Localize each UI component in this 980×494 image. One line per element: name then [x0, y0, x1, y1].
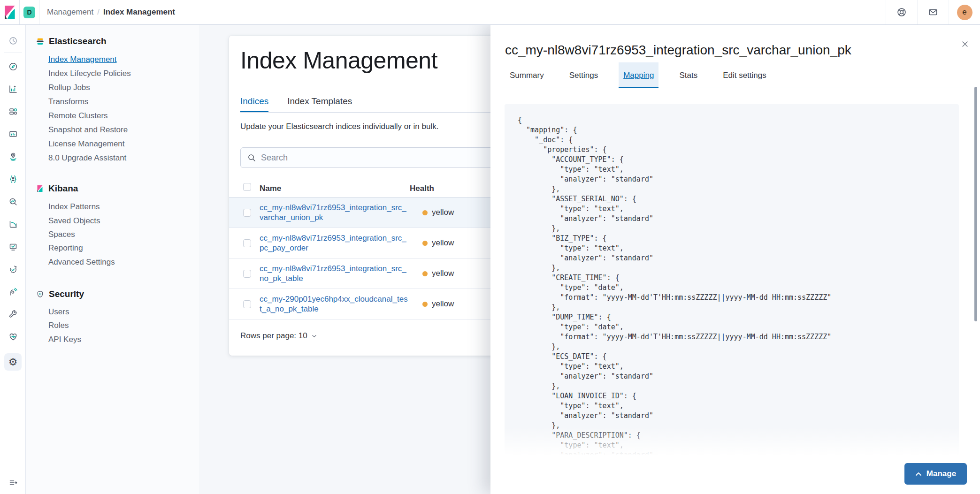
collapse-nav-button[interactable]	[4, 474, 22, 491]
sidebar-item-apm[interactable]	[4, 283, 22, 300]
nav-item-saved-objects[interactable]: Saved Objects	[48, 216, 100, 226]
breadcrumb-separator: /	[97, 8, 100, 17]
close-icon	[961, 40, 969, 48]
observability-logs-icon	[8, 220, 18, 229]
page-description: Update your Elasticsearch indices indivi…	[240, 122, 438, 131]
flyout-tabs: Summary Settings Mapping Stats Edit sett…	[505, 62, 771, 88]
select-all-checkbox[interactable]	[243, 183, 251, 191]
sidebar-item-stack-monitoring[interactable]	[4, 328, 22, 345]
flyout-close-button[interactable]	[958, 37, 972, 51]
sidebar-item-dashboard[interactable]	[4, 103, 22, 120]
mapping-code-block[interactable]: { "mapping": { "_doc": { "properties": {…	[505, 104, 959, 455]
flyout-title: cc_my-nl8w8vi71rz6953_integration_src_va…	[505, 43, 851, 58]
newsfeed-button[interactable]	[917, 0, 949, 24]
flyout-tab-mapping[interactable]: Mapping	[619, 62, 658, 88]
index-name-link[interactable]: cc_my-nl8w8vi71rz6953_integration_src_va…	[260, 203, 409, 222]
nav-item-snapshot-and-restore[interactable]: Snapshot and Restore	[48, 125, 128, 135]
index-name-link[interactable]: cc_my-nl8w8vi71rz6953_integration_src_pc…	[260, 233, 409, 253]
health-dot-icon	[422, 302, 428, 307]
row-checkbox[interactable]	[243, 239, 251, 247]
sidebar-item-stack-management[interactable]: ⚙	[4, 353, 22, 371]
sidebar-item-machine-learning[interactable]	[4, 170, 22, 188]
help-button[interactable]	[886, 0, 917, 24]
nav-item-index-lifecycle-policies[interactable]: Index Lifecycle Policies	[48, 69, 131, 78]
column-header-name[interactable]: Name	[260, 184, 281, 193]
chevron-up-icon	[915, 471, 922, 476]
breadcrumb-current: Index Management	[103, 8, 175, 17]
breadcrumb-management[interactable]: Management	[47, 8, 93, 17]
nav-item-users[interactable]: Users	[48, 307, 69, 317]
sidebar-item-uptime[interactable]	[4, 260, 22, 278]
rail-divider	[4, 53, 22, 53]
rows-per-page-button[interactable]: Rows per page: 10	[240, 331, 318, 341]
index-detail-flyout: cc_my-nl8w8vi71rz6953_integration_src_va…	[490, 25, 980, 494]
space-badge[interactable]: D	[23, 7, 35, 18]
flyout-tab-edit-settings[interactable]: Edit settings	[718, 62, 771, 88]
kibana-logo-icon	[4, 5, 16, 19]
user-menu-button[interactable]: e	[949, 0, 980, 24]
uptime-clock-arrow-icon	[8, 265, 18, 274]
health-badge: yellow	[422, 299, 454, 309]
nav-item-reporting[interactable]: Reporting	[48, 243, 83, 253]
sidebar-item-maps[interactable]	[4, 148, 22, 165]
help-lifebuoy-icon	[896, 7, 907, 17]
sidebar-item-discover[interactable]	[4, 58, 22, 75]
nav-item-advanced-settings[interactable]: Advanced Settings	[48, 258, 115, 267]
search-lens-icon	[8, 197, 18, 206]
maps-pin-icon	[8, 152, 18, 161]
tab-index-templates[interactable]: Index Templates	[287, 91, 352, 112]
dev-tools-wrench-icon	[8, 310, 18, 319]
index-name-link[interactable]: cc_my-nl8w8vi71rz6953_integration_src_no…	[260, 264, 409, 283]
sidebar-item-security-solution[interactable]	[4, 238, 22, 255]
clock-icon	[8, 36, 18, 46]
column-header-health[interactable]: Health	[410, 184, 434, 193]
nav-item-index-management[interactable]: Index Management	[48, 55, 117, 64]
recently-viewed-button[interactable]	[4, 32, 22, 49]
flyout-tab-stats[interactable]: Stats	[674, 62, 702, 88]
chevron-down-icon	[311, 333, 318, 340]
nav-section-kibana: Kibana	[36, 183, 78, 194]
nav-item-spaces[interactable]: Spaces	[48, 230, 75, 239]
sidebar-item-observability[interactable]	[4, 215, 22, 233]
nav-item-api-keys[interactable]: API Keys	[48, 335, 81, 344]
nav-item-license-management[interactable]: License Management	[48, 139, 125, 149]
space-selector[interactable]: D	[20, 0, 39, 24]
user-avatar[interactable]: e	[957, 5, 972, 20]
flyout-tab-summary[interactable]: Summary	[505, 62, 549, 88]
security-monitor-icon	[8, 242, 18, 251]
sidebar-item-visualize[interactable]	[4, 80, 22, 98]
row-checkbox[interactable]	[243, 300, 251, 308]
index-name-link[interactable]: cc_my-290p01yec6hp4xx_cloudcanal_test_a_…	[260, 294, 409, 314]
flyout-tab-settings[interactable]: Settings	[565, 62, 603, 88]
sidebar-item-dev-tools[interactable]	[4, 305, 22, 323]
mail-icon	[928, 7, 938, 17]
gear-icon: ⚙	[8, 357, 18, 367]
kibana-home-button[interactable]	[0, 0, 20, 24]
health-dot-icon	[422, 210, 428, 215]
flyout-scrollbar-thumb[interactable]	[974, 87, 977, 321]
dashboard-icon	[8, 107, 18, 116]
topbar-actions: e	[886, 0, 980, 24]
nav-item-rollup-jobs[interactable]: Rollup Jobs	[48, 83, 90, 92]
page-title: Index Management	[240, 47, 437, 74]
nav-item-transforms[interactable]: Transforms	[48, 97, 88, 106]
manage-button[interactable]: Manage	[904, 463, 967, 485]
nav-item-upgrade-assistant[interactable]: 8.0 Upgrade Assistant	[48, 153, 126, 163]
tab-indices[interactable]: Indices	[240, 91, 268, 112]
sidebar-item-canvas[interactable]	[4, 125, 22, 143]
nav-section-elasticsearch: Elasticsearch	[36, 36, 107, 46]
row-checkbox[interactable]	[243, 209, 251, 217]
canvas-icon	[8, 129, 18, 139]
nav-item-index-patterns[interactable]: Index Patterns	[48, 202, 100, 212]
row-checkbox[interactable]	[243, 270, 251, 278]
heartbeat-icon	[8, 332, 18, 342]
apm-signal-icon	[8, 287, 18, 296]
health-badge: yellow	[422, 238, 454, 248]
nav-item-remote-clusters[interactable]: Remote Clusters	[48, 111, 108, 121]
kibana-logo-small-icon	[36, 185, 44, 192]
discover-compass-icon	[8, 62, 18, 71]
sidebar-item-enterprise-search[interactable]	[4, 193, 22, 210]
nav-item-roles[interactable]: Roles	[48, 321, 69, 330]
management-nav-panel: Elasticsearch Index Management Index Lif…	[26, 25, 199, 494]
top-bar: D Management / Index Management e	[0, 0, 980, 25]
